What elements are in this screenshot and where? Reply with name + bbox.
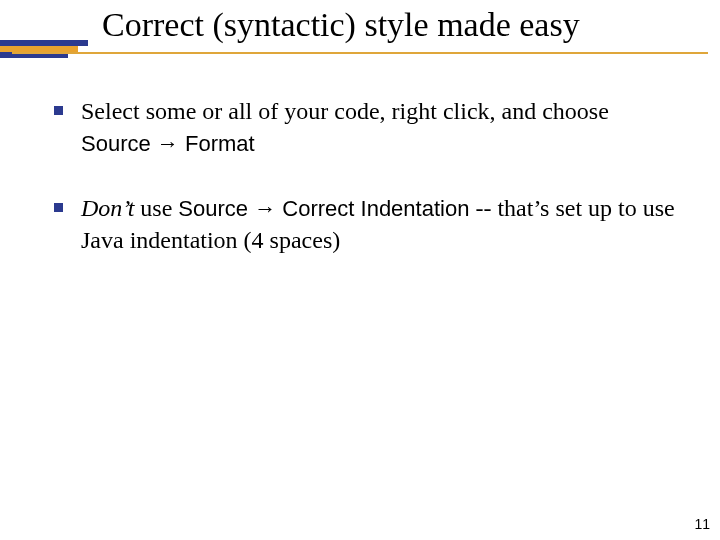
list-item: Select some or all of your code, right c… (54, 95, 680, 160)
bullet-icon (54, 203, 63, 212)
text-run: use (134, 195, 178, 221)
emphasis-dont: Don’t (81, 195, 134, 221)
title-underline (12, 52, 708, 54)
page-number: 11 (694, 516, 710, 532)
bullet-icon (54, 106, 63, 115)
text-run: Select some or all of your code, right c… (81, 98, 609, 124)
slide-body: Select some or all of your code, right c… (54, 95, 680, 289)
menu-path-correct-indentation: Correct Indentation (282, 196, 469, 221)
bullet-text: Don’t use Source → Correct Indentation -… (81, 192, 680, 257)
list-item: Don’t use Source → Correct Indentation -… (54, 192, 680, 257)
menu-path-source: Source (178, 196, 248, 221)
arrow-icon: → (151, 131, 185, 156)
slide-title: Correct (syntactic) style made easy (102, 6, 580, 44)
arrow-icon: → (248, 196, 282, 221)
slide-header: Correct (syntactic) style made easy (0, 0, 720, 60)
bullet-text: Select some or all of your code, right c… (81, 95, 680, 160)
menu-path-format: Format (185, 131, 255, 156)
menu-path-source: Source (81, 131, 151, 156)
